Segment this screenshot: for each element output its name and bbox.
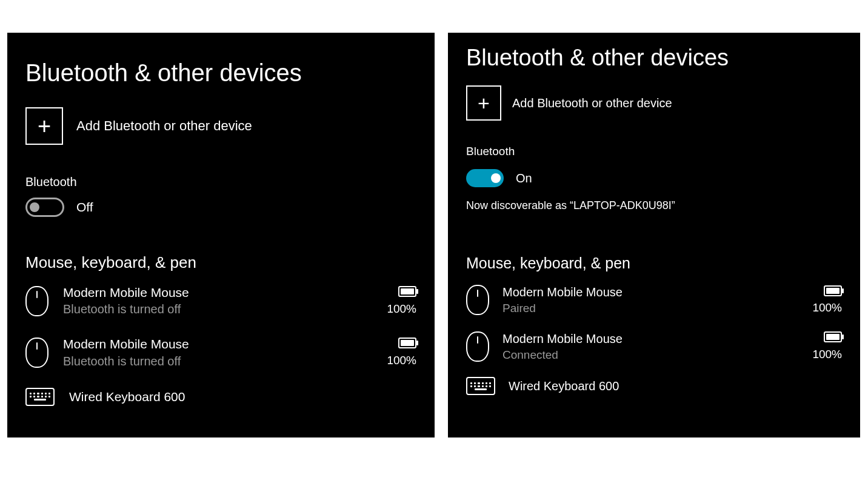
battery-level: 100% <box>812 348 842 361</box>
device-item[interactable]: Modern Mobile Mouse Paired 100% <box>466 284 842 316</box>
device-name: Modern Mobile Mouse <box>502 331 799 347</box>
settings-panel-on: Bluetooth & other devices + Add Bluetoot… <box>448 33 860 437</box>
device-name: Modern Mobile Mouse <box>502 284 799 301</box>
page-title: Bluetooth & other devices <box>466 45 842 71</box>
bluetooth-toggle-state: Off <box>76 200 93 215</box>
keyboard-icon <box>466 377 495 395</box>
bluetooth-toggle[interactable] <box>25 198 64 217</box>
add-device-label: Add Bluetooth or other device <box>512 96 672 110</box>
battery-level: 100% <box>812 301 842 314</box>
settings-panel-off: Bluetooth & other devices + Add Bluetoot… <box>7 33 435 437</box>
plus-icon: + <box>466 85 501 121</box>
battery-icon <box>398 338 416 348</box>
mouse-icon <box>25 338 48 368</box>
mouse-icon <box>466 331 489 362</box>
device-section-title: Mouse, keyboard, & pen <box>25 253 416 272</box>
device-name: Modern Mobile Mouse <box>63 336 372 353</box>
device-name: Wired Keyboard 600 <box>69 388 416 405</box>
mouse-icon <box>466 285 489 315</box>
device-status: Bluetooth is turned off <box>63 353 372 370</box>
device-name: Modern Mobile Mouse <box>63 284 372 301</box>
add-device-button[interactable]: + Add Bluetooth or other device <box>25 107 416 145</box>
device-status: Bluetooth is turned off <box>63 301 372 318</box>
bluetooth-toggle[interactable] <box>466 169 504 187</box>
keyboard-icon <box>25 388 55 406</box>
add-device-button[interactable]: + Add Bluetooth or other device <box>466 85 842 121</box>
battery-icon <box>824 285 842 296</box>
mouse-icon <box>25 286 48 316</box>
add-device-label: Add Bluetooth or other device <box>76 118 252 134</box>
device-status: Connected <box>502 347 799 363</box>
discoverable-text: Now discoverable as “LAPTOP-ADK0U98I” <box>466 199 842 212</box>
bluetooth-label: Bluetooth <box>466 145 842 158</box>
device-item[interactable]: Modern Mobile Mouse Connected 100% <box>466 331 842 363</box>
device-section-title: Mouse, keyboard, & pen <box>466 254 842 272</box>
device-item[interactable]: Wired Keyboard 600 <box>25 388 416 406</box>
plus-icon: + <box>25 107 63 145</box>
battery-level: 100% <box>387 354 416 367</box>
device-item[interactable]: Wired Keyboard 600 <box>466 377 842 395</box>
device-item[interactable]: Modern Mobile Mouse Bluetooth is turned … <box>25 336 416 369</box>
bluetooth-toggle-state: On <box>516 171 532 185</box>
page-title: Bluetooth & other devices <box>25 59 416 87</box>
device-item[interactable]: Modern Mobile Mouse Bluetooth is turned … <box>25 284 416 318</box>
battery-level: 100% <box>387 302 416 315</box>
battery-icon <box>398 286 416 297</box>
device-name: Wired Keyboard 600 <box>509 378 842 394</box>
bluetooth-label: Bluetooth <box>25 175 416 189</box>
battery-icon <box>824 331 842 342</box>
device-status: Paired <box>502 301 799 316</box>
